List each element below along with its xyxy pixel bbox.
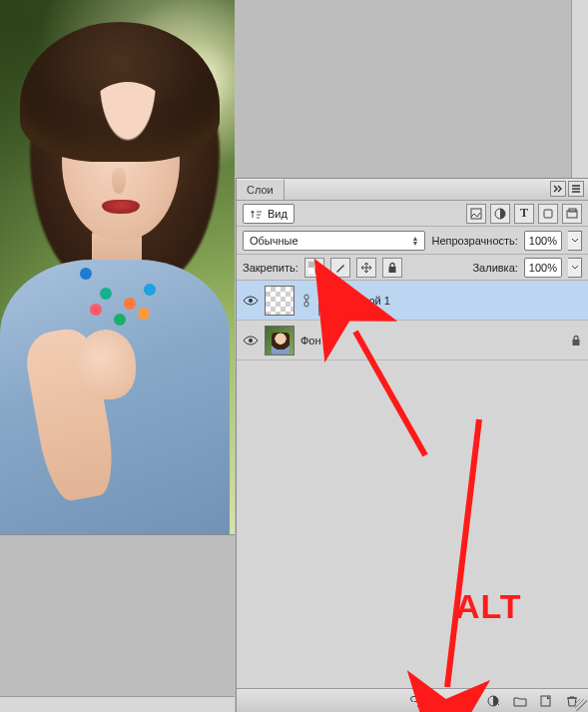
link-layers-button[interactable] (408, 693, 424, 709)
smart-object-icon (566, 208, 578, 220)
photo-subject (0, 30, 235, 529)
add-mask-button[interactable] (460, 693, 476, 709)
folder-icon (513, 695, 527, 707)
lock-position-button[interactable] (356, 258, 376, 278)
lock-all-button[interactable] (382, 258, 402, 278)
move-icon (360, 262, 372, 274)
chevrons-right-icon (553, 185, 563, 193)
layers-list[interactable]: Слой 1 Фон (237, 281, 588, 688)
checker-icon (308, 262, 320, 274)
svg-rect-8 (388, 267, 395, 273)
shape-icon (542, 208, 554, 220)
layer-style-button[interactable]: fx▾ (434, 693, 450, 709)
fill-label: Заливка: (472, 262, 517, 274)
sort-icon (250, 207, 264, 221)
new-adjustment-button[interactable] (486, 693, 502, 709)
horizontal-scrollbar[interactable] (0, 696, 235, 712)
layer-name[interactable]: Фон (300, 335, 321, 347)
mask-link-icon[interactable] (300, 286, 312, 316)
canvas-area (0, 0, 235, 712)
link-icon (409, 695, 423, 707)
opacity-dropdown[interactable] (568, 231, 582, 251)
panel-tabbar: Слои (237, 179, 588, 201)
eye-icon (243, 295, 259, 307)
blend-opacity-row: Обычные ▲▼ Непрозрачность: 100% (237, 227, 588, 255)
blend-mode-value: Обычные (250, 235, 298, 247)
lock-fill-row: Закрепить: Заливка: 100% (237, 255, 588, 281)
visibility-toggle[interactable] (243, 293, 259, 309)
layer-thumbnail[interactable] (265, 286, 294, 316)
visibility-toggle[interactable] (243, 333, 259, 349)
layer-row[interactable]: Слой 1 (237, 281, 588, 321)
svg-point-15 (465, 698, 471, 704)
fill-dropdown[interactable] (568, 258, 582, 278)
mask-shape (322, 290, 344, 312)
chevron-down-icon (571, 265, 579, 271)
document-preview[interactable] (0, 0, 235, 534)
filter-text-button[interactable]: T (514, 204, 534, 224)
image-icon (470, 208, 482, 220)
lock-transparent-button[interactable] (304, 258, 324, 278)
layers-panel: Слои Вид T (236, 178, 588, 712)
filter-pixel-button[interactable] (466, 204, 486, 224)
circle-half-icon (494, 208, 506, 220)
tab-layers[interactable]: Слои (237, 179, 285, 200)
canvas-pasteboard (0, 534, 235, 712)
layer-row[interactable]: Фон (237, 321, 588, 360)
filter-type-select[interactable]: Вид (243, 204, 294, 224)
svg-point-9 (249, 299, 253, 303)
blend-mode-select[interactable]: Обычные ▲▼ (243, 231, 425, 251)
lock-icon (570, 335, 582, 347)
svg-rect-6 (308, 262, 314, 268)
layer-locked-indicator (570, 335, 582, 347)
new-layer-button[interactable] (538, 693, 554, 709)
new-page-icon (539, 695, 553, 707)
lock-pixels-button[interactable] (330, 258, 350, 278)
filter-smartobject-button[interactable] (562, 204, 582, 224)
chevron-down-icon (571, 238, 579, 244)
layer-name[interactable]: Слой 1 (354, 295, 390, 307)
select-arrows-icon: ▲▼ (412, 236, 419, 246)
fx-icon: fx▾ (436, 695, 448, 707)
panel-footer: fx▾ (237, 688, 588, 712)
filter-shape-button[interactable] (538, 204, 558, 224)
panel-menu-button[interactable] (568, 181, 584, 197)
resize-grip[interactable] (575, 699, 587, 711)
brush-icon (334, 262, 346, 274)
vertical-scrollbar[interactable] (571, 0, 588, 178)
text-icon: T (520, 206, 528, 221)
svg-rect-2 (544, 210, 552, 218)
mask-icon (461, 695, 475, 707)
filter-adjustment-button[interactable] (490, 204, 510, 224)
lock-label: Закрепить: (243, 262, 298, 274)
layer-thumbnail[interactable] (265, 326, 294, 356)
new-group-button[interactable] (512, 693, 528, 709)
svg-rect-13 (573, 340, 580, 346)
panel-collapse-button[interactable] (550, 181, 566, 197)
filter-type-label: Вид (268, 208, 288, 220)
svg-rect-17 (541, 696, 550, 706)
eye-icon (243, 335, 259, 347)
svg-rect-7 (314, 268, 320, 274)
menu-icon (571, 185, 581, 193)
lock-icon (386, 262, 398, 274)
layer-filter-row: Вид T (237, 201, 588, 227)
fill-input[interactable]: 100% (524, 258, 562, 278)
opacity-label: Непрозрачность: (431, 235, 517, 247)
opacity-input[interactable]: 100% (524, 231, 562, 251)
circle-half-icon (487, 695, 501, 707)
svg-point-12 (249, 339, 253, 343)
layer-mask-thumbnail[interactable] (318, 286, 348, 316)
